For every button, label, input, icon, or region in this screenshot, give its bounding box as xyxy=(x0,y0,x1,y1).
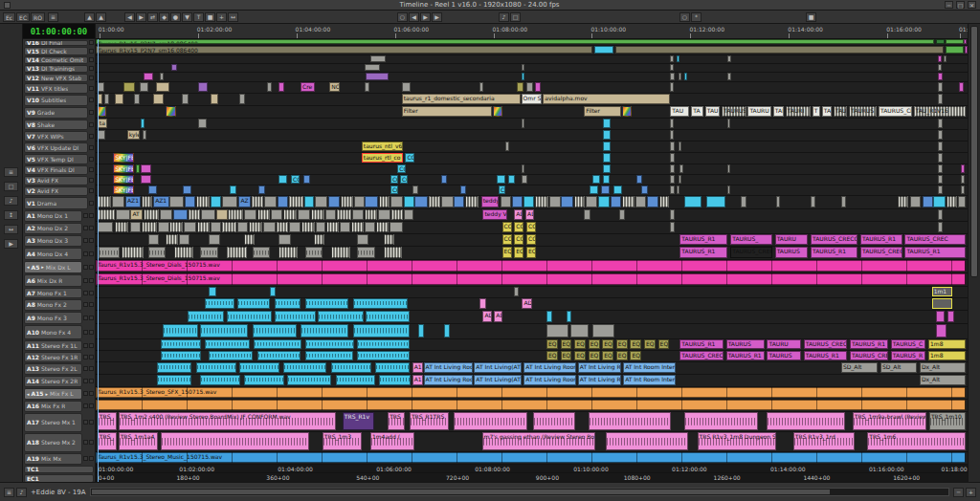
clip[interactable]: 1m8 xyxy=(928,339,966,349)
clip[interactable] xyxy=(727,73,732,80)
track-solo-box[interactable] xyxy=(89,330,94,335)
clip[interactable] xyxy=(670,164,675,173)
clip[interactable]: SD_Alt xyxy=(841,362,878,373)
clip[interactable] xyxy=(98,196,112,207)
clip[interactable] xyxy=(98,130,105,140)
horizontal-scrollbar-thumb[interactable] xyxy=(92,490,830,494)
clip[interactable] xyxy=(365,196,378,207)
clip[interactable] xyxy=(239,94,244,104)
clip[interactable] xyxy=(366,73,389,80)
clip[interactable] xyxy=(141,119,145,128)
clip[interactable] xyxy=(301,324,348,338)
track-monitor-box[interactable] xyxy=(83,316,88,320)
clip[interactable] xyxy=(533,412,575,430)
clip[interactable]: CO xyxy=(397,164,406,173)
clip[interactable]: CO xyxy=(526,234,536,245)
clip[interactable] xyxy=(601,185,609,194)
clip[interactable]: Taurus_R1v15.3_Stereo_Dials_150715.wav xyxy=(96,273,966,285)
focus-icon[interactable]: ○ xyxy=(679,12,690,22)
clip[interactable]: TAURUS_R1 xyxy=(679,234,727,245)
clip[interactable]: TAURUS_CRECOS xyxy=(850,351,888,360)
clip[interactable]: TAURU xyxy=(775,234,809,245)
track-button-A4[interactable]: A4Mono Dx 4 xyxy=(24,248,82,260)
track-header-V11[interactable]: V11VFX titles xyxy=(23,82,95,94)
clip[interactable] xyxy=(98,222,113,232)
clip[interactable] xyxy=(594,46,613,54)
track-button-A11[interactable]: A11Stereo Fx 1L xyxy=(24,340,82,351)
clip[interactable]: 1m4add ( xyxy=(370,432,414,450)
clip[interactable]: EQ xyxy=(574,339,586,349)
clip[interactable] xyxy=(328,196,340,207)
clip[interactable]: SKY|FBA xyxy=(113,153,134,163)
track-button-A12[interactable]: A12Stereo Fx 1R xyxy=(24,352,82,362)
clip[interactable] xyxy=(160,73,164,80)
clip[interactable] xyxy=(283,362,327,373)
close-button[interactable]: ✕ xyxy=(968,1,976,9)
track-solo-box[interactable] xyxy=(89,316,94,320)
effect-mode-icon[interactable]: ◆ xyxy=(159,12,169,22)
clip[interactable] xyxy=(365,64,380,71)
clip[interactable] xyxy=(365,209,378,220)
clip[interactable] xyxy=(938,209,943,220)
clip[interactable] xyxy=(603,175,610,184)
toolbar-tab-ec[interactable]: EC xyxy=(16,12,30,22)
track-solo-box[interactable] xyxy=(89,291,94,295)
clip[interactable] xyxy=(283,209,298,220)
clip[interactable]: Filter xyxy=(402,106,493,117)
track-button-V14[interactable]: V14Cosmetic Omit xyxy=(24,56,88,64)
clip[interactable] xyxy=(390,196,403,207)
track-monitor-box[interactable] xyxy=(83,420,88,425)
clip[interactable] xyxy=(376,222,389,232)
clip[interactable] xyxy=(429,196,440,207)
track-button-A19[interactable]: A19Mix Mx xyxy=(24,453,82,465)
clip[interactable] xyxy=(188,311,224,322)
clip[interactable] xyxy=(670,153,675,163)
clip[interactable] xyxy=(946,46,964,54)
clip[interactable] xyxy=(357,247,374,258)
track-monitor-box[interactable] xyxy=(89,66,94,71)
clip[interactable]: AT Int Living Room Interior xyxy=(523,362,576,373)
audio-track-icon[interactable]: ♪ xyxy=(4,196,18,206)
track-monitor-box[interactable] xyxy=(89,134,94,139)
clip[interactable] xyxy=(590,185,598,194)
toolbar-tab-ec[interactable]: Ec xyxy=(3,12,15,22)
clip[interactable] xyxy=(275,311,316,322)
track-monitor-box[interactable] xyxy=(89,122,94,127)
clip[interactable] xyxy=(244,209,256,220)
track-header-EC1[interactable]: EC1 xyxy=(23,473,95,482)
clip[interactable] xyxy=(479,298,486,309)
track-header-A19[interactable]: A19Mix Mx xyxy=(23,452,95,465)
clip[interactable]: TAURU xyxy=(767,339,801,349)
clip[interactable]: SD_Alt xyxy=(880,362,917,373)
track-button-V15[interactable]: V15DI Check xyxy=(24,47,88,55)
clip[interactable]: A1 xyxy=(412,362,423,373)
toolbar-tab-ro[interactable]: RO xyxy=(31,12,45,22)
clip[interactable] xyxy=(932,298,952,309)
clip[interactable] xyxy=(635,196,646,207)
clip[interactable] xyxy=(331,362,371,373)
step-forward-icon[interactable]: ▶ xyxy=(432,12,442,22)
add-edit-icon[interactable]: + xyxy=(216,12,227,22)
track-button-V13[interactable]: V13DI Trainings xyxy=(24,65,88,73)
track-header-V2[interactable]: V2Avid FX xyxy=(23,185,95,196)
clip[interactable] xyxy=(679,164,683,173)
clip[interactable] xyxy=(964,39,967,44)
segment-lift-overwrite-icon[interactable]: ▲ xyxy=(84,12,95,22)
match-frame-icon[interactable]: ↔ xyxy=(228,12,238,22)
clip[interactable]: CO xyxy=(291,175,300,184)
clip[interactable]: taurus_r1_domestic_secondaria xyxy=(402,94,521,104)
clip[interactable] xyxy=(244,375,284,385)
timeline-area[interactable]: 01:00:0001:02:00:0001:04:00:0001:06:00:0… xyxy=(96,24,968,482)
clip[interactable]: TAURUS xyxy=(775,247,809,258)
clip[interactable] xyxy=(275,298,301,309)
clip[interactable]: T xyxy=(813,106,820,117)
clip[interactable]: TAURUS_R1 xyxy=(811,247,858,258)
clip[interactable]: AT Int Living Room Interior xyxy=(424,362,473,373)
track-header-A14[interactable]: A14Stereo Fx 2R xyxy=(23,375,95,387)
clip[interactable] xyxy=(198,82,207,92)
clip[interactable] xyxy=(944,55,947,62)
clip[interactable] xyxy=(252,196,263,207)
clip[interactable] xyxy=(263,222,276,232)
clip[interactable] xyxy=(811,196,815,207)
track-solo-box[interactable] xyxy=(89,440,94,445)
